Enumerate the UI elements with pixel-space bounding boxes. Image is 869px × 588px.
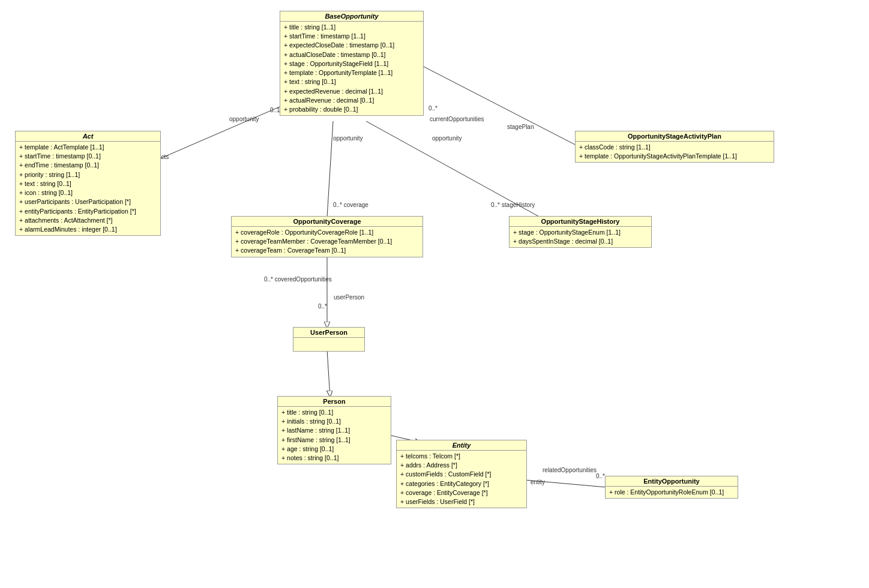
class-oppstagehistory: OpportunityStageHistory + stage : Opport… bbox=[509, 216, 652, 248]
class-osap: OpportunityStageActivityPlan + classCode… bbox=[575, 131, 774, 163]
class-entity-body: + telcoms : Telcom [*] + addrs : Address… bbox=[397, 451, 526, 508]
class-act: Act + template : ActTemplate [1..1] + st… bbox=[15, 131, 161, 236]
label-coverage: 0..* coverage bbox=[333, 202, 368, 208]
label-currentopp: currentOpportunities bbox=[430, 116, 484, 122]
class-person-header: Person bbox=[278, 397, 391, 407]
mult-act-to: 0..1 bbox=[270, 107, 280, 113]
class-osap-body: + classCode : string [1..1] + template :… bbox=[576, 142, 774, 162]
class-act-header: Act bbox=[16, 131, 160, 142]
mult-stageplan-from: 0..* bbox=[428, 105, 438, 112]
svg-line-2 bbox=[159, 107, 280, 159]
class-person-body: + title : string [0..1] + initials : str… bbox=[278, 407, 391, 464]
class-entity-header: Entity bbox=[397, 440, 526, 451]
label-opportunity-act: opportunity bbox=[229, 116, 259, 122]
label-entity: entity bbox=[531, 479, 545, 485]
class-entity: Entity + telcoms : Telcom [*] + addrs : … bbox=[396, 440, 527, 508]
label-relatedopp: relatedOpportunities bbox=[543, 467, 597, 473]
class-entityopportunity-header: EntityOpportunity bbox=[606, 476, 738, 487]
label-userperson: userPerson bbox=[334, 294, 364, 301]
class-baseopportunity: BaseOpportunity + title : string [1..1] … bbox=[280, 11, 424, 116]
class-baseopportunity-body: + title : string [1..1] + startTime : ti… bbox=[280, 22, 423, 115]
label-opportunity-stg: opportunity bbox=[432, 135, 462, 142]
svg-line-3 bbox=[327, 121, 333, 217]
class-person: Person + title : string [0..1] + initial… bbox=[277, 396, 391, 464]
label-stagehistory: 0..* stageHistory bbox=[491, 202, 535, 208]
class-osap-header: OpportunityStageActivityPlan bbox=[576, 131, 774, 142]
class-oppcoverage: OpportunityCoverage + coverageRole : Opp… bbox=[231, 216, 423, 257]
label-stageplan: stagePlan bbox=[507, 124, 534, 130]
mult-entityopp: 0..* bbox=[596, 473, 605, 479]
label-opportunity-cov: opportunity bbox=[333, 135, 362, 142]
class-oppcoverage-body: + coverageRole : OpportunityCoverageRole… bbox=[232, 227, 422, 257]
label-coveredopp: 0..* coveredOpportunities bbox=[264, 276, 332, 283]
class-oppstagehistory-header: OpportunityStageHistory bbox=[510, 217, 651, 227]
class-oppstagehistory-body: + stage : OpportunityStageEnum [1..1] + … bbox=[510, 227, 651, 247]
class-baseopportunity-header: BaseOpportunity bbox=[280, 11, 423, 22]
class-entityopportunity-body: + role : EntityOpportunityRoleEnum [0..1… bbox=[606, 487, 738, 498]
class-userperson: UserPerson bbox=[293, 327, 365, 352]
mult-coverage-userperson: 0..* bbox=[318, 303, 327, 310]
svg-line-5 bbox=[422, 66, 576, 145]
class-oppcoverage-header: OpportunityCoverage bbox=[232, 217, 422, 227]
diagram-container: 0..* acts opportunity 0..1 opportunity 0… bbox=[0, 0, 869, 588]
class-userperson-body bbox=[293, 338, 364, 351]
class-entityopportunity: EntityOpportunity + role : EntityOpportu… bbox=[605, 476, 738, 499]
class-userperson-header: UserPerson bbox=[293, 328, 364, 338]
svg-line-7 bbox=[327, 350, 330, 397]
class-act-body: + template : ActTemplate [1..1] + startT… bbox=[16, 142, 160, 235]
